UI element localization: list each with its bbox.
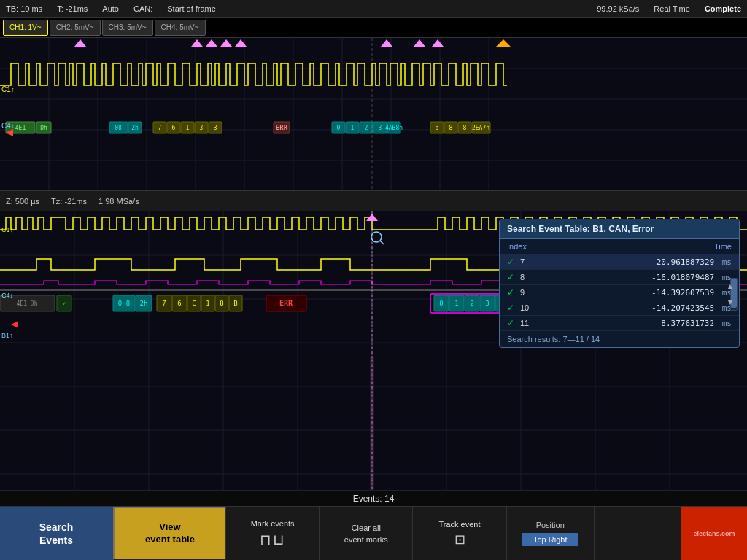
event-table-popup: Search Event Table: B1, CAN, Error Index… <box>499 219 740 348</box>
event-row[interactable]: ✓ 7 -20.961887329 ms <box>500 254 739 270</box>
svg-text:ERR: ERR <box>276 124 288 131</box>
svg-marker-55 <box>220 39 232 47</box>
scroll-down-icon[interactable]: ▼ <box>726 297 735 307</box>
position-sub-button[interactable]: Top Right <box>522 533 578 546</box>
svg-text:1: 1 <box>206 300 209 307</box>
toolbar-spacer <box>595 507 681 560</box>
event-rows: ✓ 7 -20.961887329 ms ✓ 8 -16.018079487 m… <box>500 254 739 331</box>
event-index: 9 <box>520 288 542 297</box>
event-check-icon: ✓ <box>507 257 514 267</box>
svg-text:2EA7h: 2EA7h <box>472 125 489 131</box>
search-events-line1: Search <box>39 521 74 533</box>
top-waveform: 4E1 Dh 08 2h 7 6 1 3 B ERR 0 1 2 3 4AB8h… <box>0 38 747 191</box>
svg-text:7: 7 <box>162 300 166 307</box>
bottom-b1-label: B1↑ <box>1 332 13 339</box>
bottom-ch1-label: C1↑ <box>1 226 13 233</box>
track-event-button[interactable]: Track event ⊡ <box>413 507 506 560</box>
event-check-icon: ✓ <box>507 287 514 298</box>
svg-text:08: 08 <box>115 125 122 131</box>
svg-text:Dh: Dh <box>40 125 47 131</box>
svg-text:✓: ✓ <box>63 300 66 307</box>
svg-text:8: 8 <box>449 125 453 131</box>
svg-text:1: 1 <box>186 125 190 131</box>
search-events-label: Search Events <box>0 507 113 560</box>
event-time: -14.207423545 ms <box>542 303 732 313</box>
clear-all-line2: event marks <box>344 535 388 544</box>
event-index: 7 <box>520 257 542 266</box>
top-ch4-label: C4↓ <box>1 122 15 130</box>
top-waveform-grid: 4E1 Dh 08 2h 7 6 1 3 B ERR 0 1 2 3 4AB8h… <box>0 38 747 190</box>
col-index-label: Index <box>507 242 527 251</box>
events-count: Events: 14 <box>353 494 395 504</box>
svg-text:2h: 2h <box>140 300 148 307</box>
top-ch1-label: C1↑ <box>1 85 15 93</box>
can-label: CAN: <box>133 4 152 13</box>
svg-text:2: 2 <box>365 125 368 131</box>
svg-marker-54 <box>206 39 217 47</box>
event-check-icon: ✓ <box>507 272 514 282</box>
channel-bar: CH1: 1V~ CH2: 5mV~ CH3: 5mV~ CH4: 5mV~ <box>0 18 747 38</box>
event-time: -14.392607539 ms <box>542 288 732 298</box>
svg-text:1: 1 <box>351 125 355 131</box>
svg-text:0: 0 <box>337 125 341 131</box>
ch3-button[interactable]: CH3: 5mV~ <box>102 20 153 36</box>
event-table-header: Index Time <box>500 239 739 254</box>
svg-marker-59 <box>432 39 444 47</box>
tz-value: Tz: -21ms <box>51 197 87 206</box>
svg-text:2h: 2h <box>131 125 139 131</box>
svg-marker-60 <box>496 39 511 47</box>
event-row[interactable]: ✓ 10 -14.207423545 ms <box>500 300 739 316</box>
svg-text:4E1 Dh: 4E1 Dh <box>17 300 38 307</box>
view-event-line1: View <box>159 521 180 534</box>
position-label: Position <box>536 521 565 529</box>
svg-text:6: 6 <box>436 125 439 131</box>
tb-value: TB: 10 ms <box>6 4 42 13</box>
col-time-label: Time <box>714 242 732 251</box>
event-scrollbar[interactable]: ▲▼ <box>730 278 738 311</box>
svg-marker-58 <box>414 39 425 47</box>
event-check-icon: ✓ <box>507 318 514 328</box>
svg-text:4E1: 4E1 <box>15 125 26 131</box>
event-row[interactable]: ✓ 8 -16.018079487 ms <box>500 270 739 285</box>
svg-text:C: C <box>192 300 196 307</box>
svg-marker-53 <box>191 39 203 47</box>
event-row[interactable]: ✓ 9 -14.392607539 ms <box>500 285 739 300</box>
event-row[interactable]: ✓ 11 8.377631732 ms <box>500 316 739 331</box>
svg-marker-52 <box>74 39 86 47</box>
event-time: -20.961887329 ms <box>542 257 732 267</box>
clear-all-line1: Clear all <box>352 524 381 532</box>
svg-text:7: 7 <box>158 125 162 131</box>
mode: Real Time <box>654 4 690 13</box>
z-value: Z: 500 µs <box>6 197 39 206</box>
svg-text:3: 3 <box>379 125 382 131</box>
ch4-button[interactable]: CH4: 5mV~ <box>155 20 206 36</box>
mark-events-button[interactable]: Mark events ⊓⊔ <box>226 507 320 560</box>
svg-text:3: 3 <box>485 300 489 307</box>
event-results: Search results: 7—11 / 14 <box>500 331 739 347</box>
svg-text:6: 6 <box>177 300 181 307</box>
event-check-icon: ✓ <box>507 303 514 313</box>
scroll-up-icon[interactable]: ▲ <box>726 281 735 292</box>
svg-text:B: B <box>214 125 217 131</box>
bottom-toolbar: Search Events View event table Mark even… <box>0 506 747 560</box>
event-table-title: Search Event Table: B1, CAN, Error <box>500 219 739 239</box>
position-button[interactable]: Position Top Right <box>507 507 595 560</box>
svg-text:3: 3 <box>200 125 204 131</box>
bottom-ch4-label: C4↓ <box>1 292 13 299</box>
zoom-sample-rate: 1.98 MSa/s <box>98 197 139 206</box>
svg-text:B: B <box>233 300 237 307</box>
svg-text:0 8: 0 8 <box>118 300 130 307</box>
status-bar: TB: 10 ms T: -21ms Auto CAN: Start of fr… <box>0 0 747 18</box>
clear-all-event-marks-button[interactable]: Clear all event marks <box>320 507 413 560</box>
ch1-button[interactable]: CH1: 1V~ <box>3 20 48 36</box>
ch2-button[interactable]: CH2: 5mV~ <box>50 20 101 36</box>
event-index: 8 <box>520 273 542 281</box>
svg-text:8: 8 <box>220 300 223 307</box>
event-time: 8.377631732 ms <box>542 319 732 328</box>
svg-text:1: 1 <box>454 300 458 307</box>
event-time: -16.018079487 ms <box>542 273 732 282</box>
events-count-bar: Events: 14 <box>0 490 747 506</box>
sample-rate: 99.92 kSa/s <box>597 4 639 13</box>
view-event-table-button[interactable]: View event table <box>113 507 226 560</box>
svg-point-129 <box>371 232 382 242</box>
